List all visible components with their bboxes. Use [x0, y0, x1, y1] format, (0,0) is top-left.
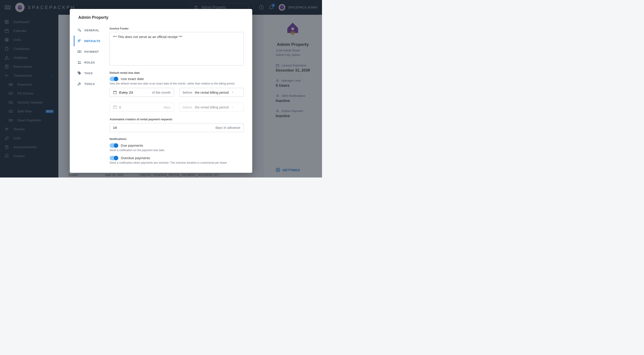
invoice-footer-label: Invoice Footer	[110, 27, 244, 30]
calendar-icon	[113, 90, 117, 94]
modal-title: Admin Property	[70, 9, 252, 24]
tab-payment[interactable]: PAYMENT	[74, 46, 106, 57]
svg-point-32	[80, 30, 81, 32]
svg-rect-39	[113, 106, 116, 109]
chevron-down-icon	[231, 105, 234, 109]
use-exact-date-hint: Sets the default rental due date at an e…	[110, 82, 244, 85]
svg-point-34	[79, 51, 80, 52]
property-settings-modal: Admin Property GENERAL DEFAULTS PAYMENT …	[70, 9, 252, 173]
lines-icon	[77, 39, 82, 43]
svg-point-35	[78, 61, 80, 62]
tab-general[interactable]: GENERAL	[74, 25, 106, 36]
overdue-payments-label: Overdue payments	[121, 156, 150, 160]
svg-point-31	[78, 29, 80, 30]
svg-rect-33	[78, 51, 81, 52]
use-exact-date-toggle[interactable]	[110, 77, 118, 81]
exact-date-input[interactable]: Every 23 of the month	[110, 88, 174, 97]
default-due-date-label: Default rental due date	[110, 71, 244, 74]
modal-tabs: GENERAL DEFAULTS PAYMENT ROLES TAGS TOOL…	[70, 24, 106, 173]
svg-point-37	[78, 72, 79, 73]
tools-icon	[77, 82, 82, 86]
people-icon	[77, 60, 82, 64]
svg-rect-38	[113, 91, 116, 94]
calendar-icon	[113, 105, 117, 109]
days-advance-input[interactable]: 14 days in advance	[110, 123, 244, 132]
due-payments-toggle[interactable]	[110, 143, 118, 148]
billing-period-dropdown-1[interactable]: before the rental billing period	[179, 88, 244, 97]
chevron-down-icon	[231, 90, 234, 94]
svg-point-36	[80, 61, 81, 62]
tab-tools[interactable]: TOOLS	[74, 78, 106, 89]
tab-tags[interactable]: TAGS	[74, 68, 106, 78]
use-exact-date-label: Use exact date	[121, 77, 144, 81]
notifications-label: Notifications	[110, 138, 244, 140]
auto-creation-label: Automated creation of rental payment req…	[110, 118, 244, 121]
payment-icon	[77, 50, 82, 54]
invoice-footer-textarea[interactable]	[110, 32, 244, 66]
tag-icon	[77, 71, 82, 75]
tab-defaults[interactable]: DEFAULTS	[74, 36, 106, 46]
due-payments-hint: Send a notification on the payment due d…	[110, 149, 244, 152]
modal-content: Invoice Footer Default rental due date U…	[106, 24, 252, 173]
gears-icon	[77, 28, 82, 32]
tab-roles[interactable]: ROLES	[74, 57, 106, 68]
relative-days-input: 0 days	[110, 102, 174, 112]
overdue-payments-toggle[interactable]	[110, 156, 118, 160]
due-payments-label: Due payments	[121, 144, 143, 148]
modal-overlay[interactable]: Admin Property GENERAL DEFAULTS PAYMENT …	[0, 0, 322, 178]
overdue-payments-hint: Send a notification when payments are ov…	[110, 161, 244, 164]
billing-period-dropdown-2: before the rental billing period	[179, 102, 244, 112]
